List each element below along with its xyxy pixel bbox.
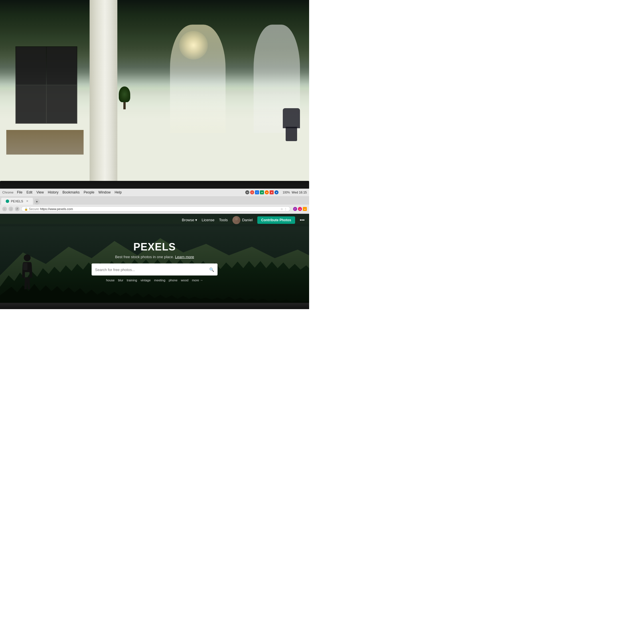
system-icons: M G C ● ● ● ● 100% Wed 16:15 [245, 190, 307, 194]
nav-more-icon[interactable]: ••• [300, 218, 305, 223]
toolbar-icons: M G C ● ● ● ● [245, 190, 278, 194]
reload-button[interactable]: ↺ [15, 207, 19, 211]
window-arch-center [170, 25, 226, 133]
back-button[interactable]: ← [2, 207, 7, 211]
website-content: Browse ▾ License Tools Daniel Contribute… [0, 214, 309, 309]
titlebar: Chrome File Edit View History Bookmarks … [0, 189, 309, 197]
menu-bar: File Edit View History Bookmarks People … [17, 190, 122, 194]
avatar [232, 216, 240, 224]
tag-vintage[interactable]: vintage [141, 278, 151, 282]
star-icon[interactable]: ☆ [280, 208, 283, 211]
battery-pct: 100% [283, 191, 290, 194]
tag-training[interactable]: training [127, 278, 137, 282]
ext-icon-1[interactable]: P [293, 207, 297, 211]
nav-right: Browse ▾ License Tools Daniel Contribute… [182, 216, 305, 224]
pexels-nav: Browse ▾ License Tools Daniel Contribute… [0, 214, 309, 226]
table [6, 130, 84, 155]
icon-blue: ● [274, 190, 278, 194]
tag-more[interactable]: more → [192, 278, 203, 282]
search-icon[interactable]: 🔍 [209, 267, 214, 272]
url-text: https://www.pexels.com [40, 207, 73, 211]
ext-icon-2[interactable]: ● [298, 207, 302, 211]
tag-blur[interactable]: blur [118, 278, 123, 282]
ext-icon-3[interactable]: ● [303, 207, 307, 211]
menu-people[interactable]: People [84, 190, 94, 194]
search-tags: house blur training vintage meeting phon… [31, 278, 278, 282]
secure-label: Secure [29, 207, 39, 211]
search-input[interactable] [95, 267, 209, 272]
tag-house[interactable]: house [106, 278, 114, 282]
url-bar-icons: ☆ ⋮ [280, 208, 287, 211]
chair [277, 108, 300, 143]
svg-point-1 [24, 254, 31, 261]
menu-window[interactable]: Window [98, 190, 111, 194]
nav-browse[interactable]: Browse ▾ [182, 218, 197, 222]
nav-tools[interactable]: Tools [219, 218, 228, 222]
search-bar-container: 🔍 [92, 264, 218, 276]
laptop-bezel-top [0, 181, 309, 189]
lock-icon: 🔒 [24, 208, 28, 211]
contribute-photos-button[interactable]: Contribute Photos [257, 216, 295, 224]
svg-rect-2 [23, 263, 27, 270]
tab-label: PEXELS [11, 199, 23, 203]
tab-bar: PEXELS ✕ + [0, 197, 309, 205]
icon-green-app: ● [260, 190, 264, 194]
hero-subtitle: Best free stock photos in one place. Lea… [31, 255, 278, 259]
user-profile[interactable]: Daniel [232, 216, 253, 224]
icon-calendar: C [255, 190, 259, 194]
menu-file[interactable]: File [17, 190, 22, 194]
extension-icons: P ● ● [293, 207, 307, 211]
hero-content: PEXELS Best free stock photos in one pla… [31, 241, 278, 282]
tab-favicon [6, 199, 9, 203]
nav-license[interactable]: License [202, 218, 215, 222]
nav-username: Daniel [242, 218, 253, 222]
dark-windows [15, 46, 77, 124]
icon-red: ● [270, 190, 274, 194]
plant [117, 86, 132, 109]
learn-more-link[interactable]: Learn more [175, 255, 194, 259]
menu-view[interactable]: View [36, 190, 44, 194]
forward-button[interactable]: → [9, 207, 13, 211]
tag-phone[interactable]: phone [169, 278, 178, 282]
url-bar[interactable]: 🔒 Secure https://www.pexels.com ☆ ⋮ [21, 206, 290, 212]
icon-orange: ● [265, 190, 269, 194]
menu-history[interactable]: History [48, 190, 58, 194]
pillar [90, 0, 117, 192]
menu-bookmarks[interactable]: Bookmarks [62, 190, 80, 194]
tab-close-icon[interactable]: ✕ [26, 199, 28, 203]
system-time: Wed 16:15 [292, 191, 307, 194]
icon-email: M [245, 190, 249, 194]
tag-meeting[interactable]: meeting [154, 278, 165, 282]
menu-edit[interactable]: Edit [26, 190, 32, 194]
browser-window: Chrome File Edit View History Bookmarks … [0, 189, 309, 309]
laptop-keyboard [0, 303, 309, 309]
more-icon[interactable]: ⋮ [284, 208, 287, 211]
icon-gmail: G [250, 190, 254, 194]
active-tab[interactable]: PEXELS ✕ [1, 198, 33, 205]
svg-point-3 [235, 218, 238, 220]
tag-wood[interactable]: wood [181, 278, 188, 282]
app-name: Chrome [2, 191, 13, 194]
pexels-logo: PEXELS [31, 241, 278, 253]
menu-help[interactable]: Help [114, 190, 122, 194]
new-tab-button[interactable]: + [34, 199, 40, 205]
address-bar: ← → ↺ 🔒 Secure https://www.pexels.com ☆ … [0, 205, 309, 214]
